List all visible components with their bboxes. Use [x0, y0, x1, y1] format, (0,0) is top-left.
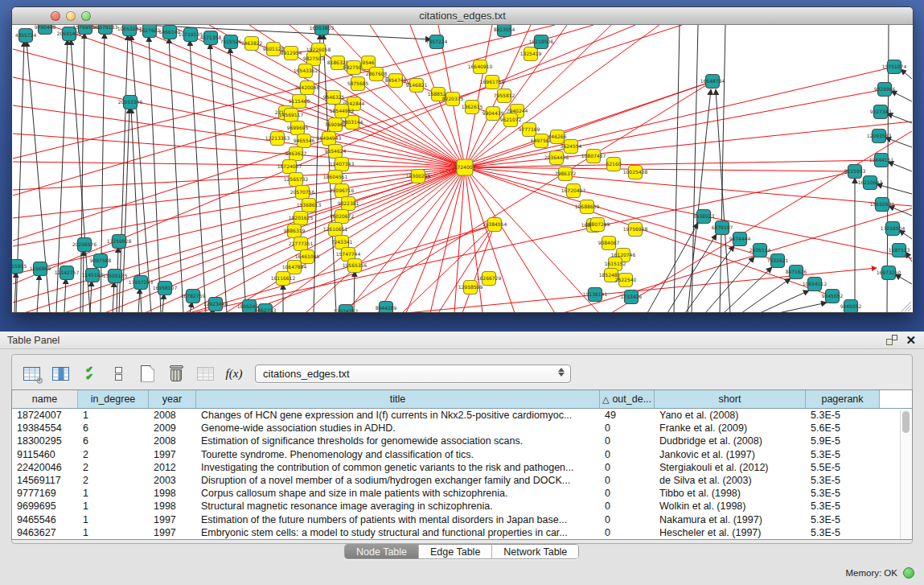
cell-short[interactable]: de Silva et al. (2003) [655, 474, 806, 487]
cell-out_de[interactable]: 0 [600, 513, 655, 526]
column-header-title[interactable]: title [196, 390, 600, 408]
cell-name[interactable]: 9777169 [12, 487, 78, 500]
cell-out_de[interactable]: 0 [600, 526, 655, 539]
cell-short[interactable]: Wolkin et al. (1998) [655, 500, 806, 513]
cell-year[interactable]: 2003 [149, 474, 196, 487]
cell-year[interactable]: 1998 [149, 500, 196, 513]
cell-title[interactable]: Disruption of a novel member of a sodium… [196, 474, 600, 487]
cell-title[interactable]: Embryonic stem cells: a model to study s… [196, 526, 600, 539]
cell-out_de[interactable]: 0 [600, 487, 655, 500]
tab-node-table[interactable]: Node Table [345, 545, 419, 558]
cell-in_degree[interactable]: 2 [78, 461, 149, 474]
table-vertical-scrollbar[interactable] [900, 410, 911, 540]
network-window[interactable]: citations_edges.txt 74638229601128891295… [11, 6, 914, 313]
cell-title[interactable]: Changes of HCN gene expression and I(f) … [196, 409, 600, 422]
cell-short[interactable]: Yano et al. (2008) [655, 409, 806, 422]
cell-title[interactable]: Estimation of the future numbers of pati… [196, 513, 600, 526]
table-selector-dropdown[interactable]: citations_edges.txt [255, 365, 571, 383]
cell-pagerank[interactable]: 5.3E-5 [806, 487, 880, 500]
cell-pagerank[interactable]: 5.9E-5 [806, 435, 880, 447]
cell-year[interactable]: 2009 [149, 422, 196, 435]
column-header-pagerank[interactable]: pagerank [806, 390, 880, 408]
cell-out_de[interactable]: 0 [600, 422, 655, 435]
cell-pagerank[interactable]: 5.3E-5 [806, 448, 880, 461]
cell-short[interactable]: Dudbridge et al. (2008) [655, 435, 806, 447]
cell-name[interactable]: 9463627 [12, 526, 78, 539]
cell-name[interactable]: 18724007 [12, 409, 78, 422]
close-panel-icon[interactable]: ✕ [906, 335, 916, 345]
cell-pagerank[interactable]: 5.3E-5 [806, 526, 880, 539]
column-header-name[interactable]: name [12, 390, 78, 408]
cell-out_de[interactable]: 0 [600, 474, 655, 487]
cell-in_degree[interactable]: 2 [78, 474, 149, 487]
cell-out_de[interactable]: 0 [600, 500, 655, 513]
table-row[interactable]: 946362711997Embryonic stem cells: a mode… [12, 526, 912, 539]
cell-title[interactable]: Structural magnetic resonance image aver… [196, 500, 600, 513]
table-row[interactable]: 1456911722003Disruption of a novel membe… [12, 474, 912, 487]
table-row[interactable]: 1938455462009Genome-wide association stu… [12, 422, 912, 435]
table-row[interactable]: 969969511998Structural magnetic resonanc… [12, 500, 912, 513]
cell-title[interactable]: Corpus callosum shape and size in male p… [196, 487, 600, 500]
cell-pagerank[interactable]: 5.5E-5 [806, 461, 880, 474]
cell-short[interactable]: Jankovic et al. (1997) [655, 448, 806, 461]
cell-pagerank[interactable]: 5.3E-5 [806, 513, 880, 526]
table-row[interactable]: 911546021997Tourette syndrome. Phenomeno… [12, 448, 912, 461]
cell-pagerank[interactable]: 5.3E-5 [806, 500, 880, 513]
cell-pagerank[interactable]: 5.3E-5 [806, 409, 880, 422]
cell-in_degree[interactable]: 1 [78, 409, 149, 422]
table-options-icon[interactable]: ⚙ [22, 364, 41, 383]
delete-table-icon[interactable] [166, 364, 186, 383]
cell-title[interactable]: Estimation of significance thresholds fo… [196, 435, 600, 447]
cell-year[interactable]: 1997 [149, 526, 196, 539]
cell-name[interactable]: 14569117 [12, 474, 78, 487]
cell-year[interactable]: 2012 [149, 461, 196, 474]
cell-out_de[interactable]: 0 [600, 435, 655, 447]
cell-name[interactable]: 18300295 [12, 435, 78, 447]
cell-in_degree[interactable]: 1 [78, 526, 149, 539]
float-panel-icon[interactable] [886, 335, 897, 345]
resize-grip[interactable] [901, 302, 911, 311]
cell-out_de[interactable]: 0 [600, 448, 655, 461]
tab-network-table[interactable]: Network Table [492, 545, 578, 558]
cell-year[interactable]: 1997 [149, 448, 196, 461]
cell-name[interactable]: 19384554 [12, 422, 78, 435]
table-row[interactable]: 1830029562008Estimation of significance … [12, 435, 912, 447]
cell-in_degree[interactable]: 2 [78, 448, 149, 461]
network-window-titlebar[interactable]: citations_edges.txt [12, 7, 913, 25]
cell-name[interactable]: 9115460 [12, 448, 78, 461]
cell-name[interactable]: 9465546 [12, 513, 78, 526]
cell-year[interactable]: 2008 [149, 409, 196, 422]
cell-short[interactable]: Stergiakouli et al. (2012) [655, 461, 806, 474]
table-row[interactable]: 946554611997Estimation of the future num… [12, 513, 912, 526]
table-row[interactable]: 1872400712008Changes of HCN gene express… [12, 409, 912, 422]
tab-edge-table[interactable]: Edge Table [419, 545, 492, 558]
show-column-icon[interactable] [51, 364, 70, 383]
cell-name[interactable]: 22420046 [12, 461, 78, 474]
network-canvas[interactable]: 7463822960112889129541522605898275038186… [12, 25, 913, 312]
cell-short[interactable]: Hescheler et al. (1997) [655, 526, 806, 539]
cell-in_degree[interactable]: 1 [78, 487, 149, 500]
cell-year[interactable]: 1997 [149, 513, 196, 526]
table-row[interactable]: 2242004622012Investigating the contribut… [12, 461, 912, 474]
cell-in_degree[interactable]: 1 [78, 500, 149, 513]
column-header-year[interactable]: year [149, 390, 196, 408]
function-builder-icon[interactable]: f(x) [224, 364, 244, 383]
cell-title[interactable]: Genome-wide association studies in ADHD. [196, 422, 600, 435]
column-header-out_de[interactable]: △out_de... [600, 390, 655, 408]
cell-title[interactable]: Tourette syndrome. Phenomenology and cla… [196, 448, 600, 461]
column-header-in_degree[interactable]: in_degree [78, 390, 149, 408]
cell-title[interactable]: Investigating the contribution of common… [196, 461, 600, 474]
cell-pagerank[interactable]: 5.6E-5 [806, 422, 880, 435]
cell-year[interactable]: 1998 [149, 487, 196, 500]
cell-out_de[interactable]: 0 [600, 461, 655, 474]
cell-in_degree[interactable]: 6 [78, 435, 149, 447]
cell-in_degree[interactable]: 6 [78, 422, 149, 435]
scrollbar-thumb[interactable] [902, 411, 910, 433]
cell-year[interactable]: 2008 [149, 435, 196, 447]
cell-short[interactable]: Franke et al. (2009) [655, 422, 806, 435]
cell-pagerank[interactable]: 5.3E-5 [806, 474, 880, 487]
cell-short[interactable]: Nakamura et al. (1997) [655, 513, 806, 526]
cell-out_de[interactable]: 49 [600, 409, 655, 422]
select-all-icon[interactable]: ✔✔ [80, 364, 99, 383]
column-header-short[interactable]: short [655, 390, 806, 408]
